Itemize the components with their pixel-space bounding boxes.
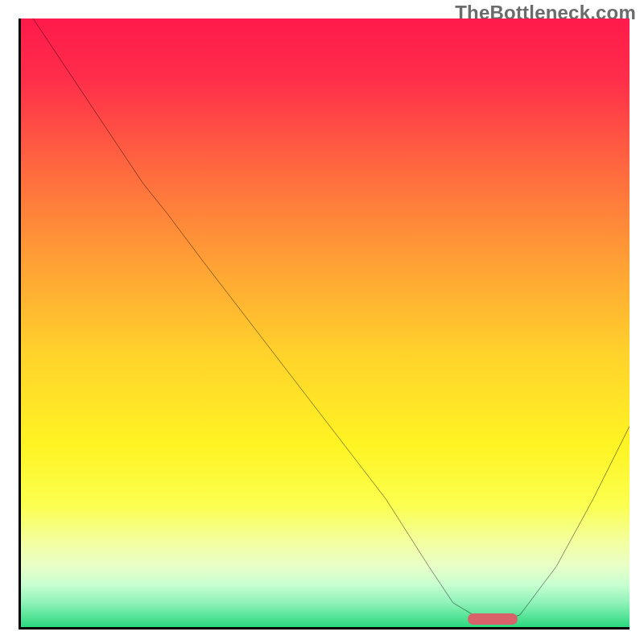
plot-area [19,19,630,630]
chart-canvas: TheBottleneck.com [0,0,644,644]
curve-line [21,19,630,627]
optimal-marker [468,613,518,625]
